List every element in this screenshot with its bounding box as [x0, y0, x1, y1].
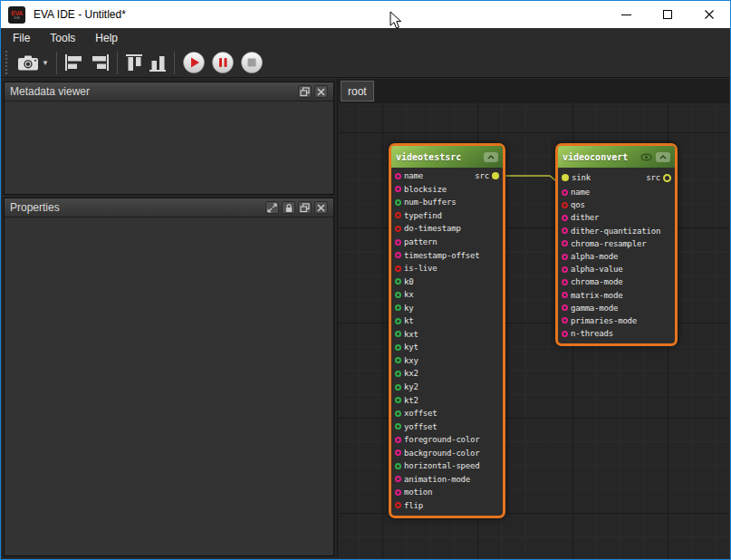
- lock-panel-button[interactable]: [282, 201, 295, 214]
- property-port-dot[interactable]: [395, 357, 401, 363]
- property-port-dot[interactable]: [562, 189, 568, 196]
- node-videoconvert[interactable]: videoconvertsinksrcnameqosditherdither-q…: [555, 143, 678, 346]
- property-port-dot[interactable]: [562, 254, 568, 260]
- dock-arrows-button[interactable]: [265, 201, 279, 214]
- property-port-dot[interactable]: [395, 304, 401, 311]
- minimize-icon: [621, 14, 631, 15]
- property-port-dot[interactable]: [395, 371, 401, 377]
- property-port-dot[interactable]: [395, 449, 401, 456]
- property-port-dot[interactable]: [395, 397, 401, 403]
- property-port-dot[interactable]: [395, 476, 401, 482]
- pause-icon: [211, 51, 235, 74]
- property-row: ky2: [391, 381, 503, 394]
- menu-tools[interactable]: Tools: [40, 28, 85, 48]
- property-row: gamma-mode: [558, 302, 675, 314]
- property-port-dot[interactable]: [395, 463, 401, 469]
- pause-button[interactable]: [208, 49, 237, 76]
- float-panel-button[interactable]: [298, 201, 312, 214]
- property-row: k0: [391, 275, 503, 288]
- close-panel-button[interactable]: [314, 85, 328, 98]
- property-port-dot[interactable]: [395, 384, 401, 391]
- property-port-dot[interactable]: [395, 292, 401, 298]
- property-port-dot[interactable]: [562, 215, 568, 221]
- property-port-dot[interactable]: [562, 279, 568, 285]
- sink-pad[interactable]: [562, 174, 569, 181]
- property-label: kyt: [404, 343, 418, 352]
- src-pad[interactable]: [492, 172, 499, 179]
- node-header[interactable]: videotestsrc: [391, 146, 503, 168]
- property-port-dot[interactable]: [395, 252, 401, 258]
- property-label: yoffset: [404, 422, 438, 431]
- property-port-dot[interactable]: [562, 317, 568, 323]
- property-port-dot[interactable]: [395, 489, 401, 496]
- property-port-dot[interactable]: [395, 266, 401, 272]
- property-port-dot[interactable]: [395, 186, 401, 192]
- property-port-dot[interactable]: [395, 199, 401, 206]
- close-button[interactable]: [688, 1, 730, 28]
- node-videotestsrc[interactable]: videotestsrcnamesrcblocksizenum-bufferst…: [389, 143, 505, 518]
- snapshot-button[interactable]: ▼: [14, 49, 52, 76]
- left-dock: Metadata viewer: [2, 79, 338, 558]
- property-port-dot[interactable]: [562, 331, 568, 337]
- property-port-dot[interactable]: [395, 502, 401, 508]
- graph-grid[interactable]: videotestsrcnamesrcblocksizenum-bufferst…: [339, 103, 729, 558]
- align-bottom-button[interactable]: [146, 49, 169, 76]
- property-port-dot[interactable]: [395, 173, 401, 179]
- property-label: ky: [404, 304, 413, 313]
- property-port-dot[interactable]: [395, 410, 401, 417]
- property-port-dot[interactable]: [395, 278, 401, 285]
- property-port-dot[interactable]: [562, 202, 568, 208]
- align-top-button[interactable]: [122, 49, 146, 76]
- pad-label: src: [646, 173, 660, 182]
- property-label: dither: [571, 213, 599, 222]
- menu-file[interactable]: File: [3, 28, 40, 48]
- property-label: alpha-mode: [571, 252, 618, 261]
- metadata-viewer-header[interactable]: Metadata viewer: [5, 82, 333, 101]
- property-row: kxt: [391, 328, 503, 342]
- maximize-button[interactable]: [647, 1, 688, 28]
- play-button[interactable]: [179, 49, 208, 76]
- property-port-dot[interactable]: [562, 292, 568, 298]
- property-label: chroma-mode: [571, 277, 622, 286]
- src-pad[interactable]: [663, 174, 671, 182]
- collapse-node-button[interactable]: [656, 152, 670, 162]
- property-row: is-live: [391, 262, 503, 275]
- snapshot-dropdown-icon[interactable]: ▼: [42, 59, 49, 67]
- collapse-node-button[interactable]: [484, 152, 498, 162]
- align-left-button[interactable]: [62, 49, 87, 76]
- property-port-dot[interactable]: [395, 331, 401, 337]
- menu-help[interactable]: Help: [85, 28, 128, 48]
- property-row: chroma-resampler: [558, 237, 675, 250]
- close-panel-button[interactable]: [314, 201, 328, 214]
- property-port-dot[interactable]: [395, 212, 401, 218]
- tab-root[interactable]: root: [341, 81, 374, 101]
- property-port-dot[interactable]: [562, 304, 568, 311]
- properties-header[interactable]: Properties: [5, 198, 333, 217]
- node-header[interactable]: videoconvert: [558, 146, 675, 168]
- node-body: namesrcblocksizenum-bufferstypefinddo-ti…: [391, 168, 503, 516]
- align-bottom-icon: [149, 53, 167, 72]
- property-port-dot[interactable]: [395, 344, 401, 351]
- property-row: alpha-mode: [558, 250, 675, 263]
- property-port-dot[interactable]: [395, 318, 401, 324]
- close-icon: [317, 88, 325, 96]
- property-port-dot[interactable]: [562, 240, 568, 246]
- property-port-dot[interactable]: [562, 266, 568, 273]
- float-panel-button[interactable]: [298, 85, 312, 98]
- property-port-dot[interactable]: [395, 239, 401, 246]
- property-port-dot[interactable]: [562, 227, 568, 234]
- property-port-dot[interactable]: [395, 437, 401, 443]
- property-label: matrix-mode: [571, 291, 622, 300]
- property-port-dot[interactable]: [395, 226, 401, 232]
- visibility-eye-button[interactable]: [640, 149, 652, 165]
- align-right-button[interactable]: [87, 49, 112, 76]
- property-label: kx: [404, 290, 413, 299]
- minimize-button[interactable]: [605, 1, 647, 28]
- titlebar[interactable]: EVA IDE EVA IDE - Untitled*: [1, 1, 730, 28]
- stop-button[interactable]: [237, 49, 266, 76]
- metadata-viewer-title: Metadata viewer: [10, 85, 90, 98]
- property-label: primaries-mode: [571, 316, 637, 325]
- tab-root-label: root: [348, 85, 367, 98]
- toolbar-drag-handle[interactable]: [5, 51, 9, 74]
- property-port-dot[interactable]: [395, 423, 401, 430]
